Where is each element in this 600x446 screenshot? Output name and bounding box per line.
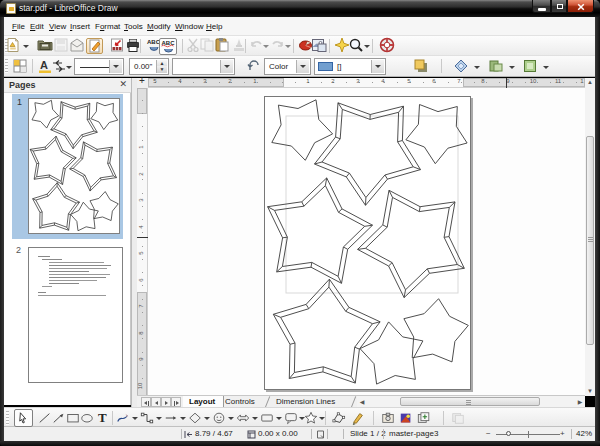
svg-text:A: A — [40, 59, 48, 71]
svg-text:ABC: ABC — [162, 40, 176, 46]
